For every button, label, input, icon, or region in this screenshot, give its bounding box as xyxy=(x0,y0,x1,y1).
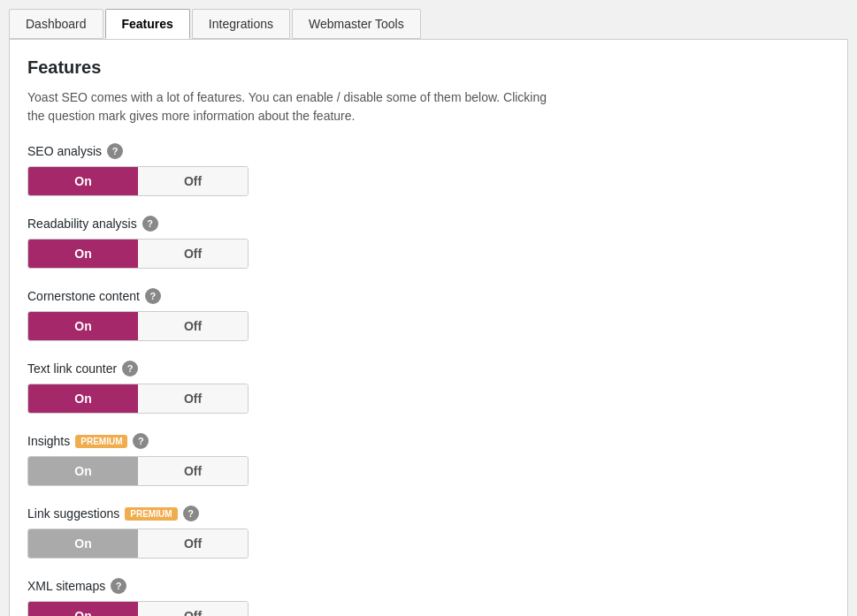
toggle-link-suggestions: On Off xyxy=(27,529,249,559)
help-icon-readability-analysis[interactable]: ? xyxy=(142,216,158,232)
feature-readability-analysis: Readability analysis ? On Off xyxy=(27,216,830,269)
page-title: Features xyxy=(27,57,830,78)
tab-dashboard[interactable]: Dashboard xyxy=(9,9,103,39)
feature-label-insights: Insights Premium ? xyxy=(27,433,830,449)
toggle-off-link-suggestions[interactable]: Off xyxy=(138,529,248,558)
premium-badge-link-suggestions: Premium xyxy=(125,507,177,521)
toggle-on-readability-analysis[interactable]: On xyxy=(28,240,138,268)
page-container: Dashboard Features Integrations Webmaste… xyxy=(0,0,857,616)
help-icon-text-link-counter[interactable]: ? xyxy=(122,361,138,376)
feature-seo-analysis: SEO analysis ? On Off xyxy=(27,143,830,196)
toggle-off-xml-sitemaps[interactable]: Off xyxy=(138,602,248,616)
toggle-readability-analysis: On Off xyxy=(27,239,249,269)
toggle-on-insights[interactable]: On xyxy=(28,457,138,485)
tab-content: Features Yoast SEO comes with a lot of f… xyxy=(9,40,848,616)
feature-cornerstone-content: Cornerstone content ? On Off xyxy=(27,288,830,341)
toggle-seo-analysis: On Off xyxy=(27,166,249,196)
toggle-off-seo-analysis[interactable]: Off xyxy=(138,167,248,195)
toggle-cornerstone-content: On Off xyxy=(27,311,249,341)
feature-label-text-link-counter: Text link counter ? xyxy=(27,361,830,376)
toggle-on-text-link-counter[interactable]: On xyxy=(28,384,138,413)
help-icon-seo-analysis[interactable]: ? xyxy=(107,143,123,159)
tab-webmaster-tools[interactable]: Webmaster Tools xyxy=(292,9,421,39)
toggle-on-link-suggestions[interactable]: On xyxy=(28,529,138,558)
feature-name-text-link-counter: Text link counter xyxy=(27,361,117,376)
toggle-off-insights[interactable]: Off xyxy=(138,457,248,485)
toggle-text-link-counter: On Off xyxy=(27,384,249,414)
feature-name-cornerstone-content: Cornerstone content xyxy=(27,289,140,303)
premium-badge-insights: Premium xyxy=(75,435,127,448)
toggle-on-seo-analysis[interactable]: On xyxy=(28,167,138,195)
toggle-on-xml-sitemaps[interactable]: On xyxy=(28,602,138,616)
toggle-xml-sitemaps: On Off xyxy=(27,601,249,616)
feature-name-link-suggestions: Link suggestions xyxy=(27,506,119,521)
help-icon-link-suggestions[interactable]: ? xyxy=(183,506,199,521)
tab-integrations[interactable]: Integrations xyxy=(192,9,290,39)
feature-xml-sitemaps: XML sitemaps ? On Off xyxy=(27,578,830,616)
feature-text-link-counter: Text link counter ? On Off xyxy=(27,361,830,414)
feature-name-readability-analysis: Readability analysis xyxy=(27,217,137,231)
feature-name-xml-sitemaps: XML sitemaps xyxy=(27,579,105,593)
toggle-insights: On Off xyxy=(27,456,249,486)
page-description: Yoast SEO comes with a lot of features. … xyxy=(27,88,558,125)
toggle-off-readability-analysis[interactable]: Off xyxy=(138,240,248,268)
feature-label-seo-analysis: SEO analysis ? xyxy=(27,143,830,159)
toggle-off-text-link-counter[interactable]: Off xyxy=(138,384,248,413)
feature-label-readability-analysis: Readability analysis ? xyxy=(27,216,830,232)
help-icon-xml-sitemaps[interactable]: ? xyxy=(111,578,126,594)
tab-features[interactable]: Features xyxy=(105,9,190,39)
help-icon-insights[interactable]: ? xyxy=(133,433,149,449)
feature-label-link-suggestions: Link suggestions Premium ? xyxy=(27,506,830,521)
feature-label-xml-sitemaps: XML sitemaps ? xyxy=(27,578,830,594)
tab-bar: Dashboard Features Integrations Webmaste… xyxy=(9,9,848,40)
help-icon-cornerstone-content[interactable]: ? xyxy=(145,288,161,304)
feature-link-suggestions: Link suggestions Premium ? On Off xyxy=(27,506,830,559)
feature-name-insights: Insights xyxy=(27,434,70,448)
feature-insights: Insights Premium ? On Off xyxy=(27,433,830,486)
feature-name-seo-analysis: SEO analysis xyxy=(27,144,102,158)
toggle-on-cornerstone-content[interactable]: On xyxy=(28,312,138,340)
feature-label-cornerstone-content: Cornerstone content ? xyxy=(27,288,830,304)
toggle-off-cornerstone-content[interactable]: Off xyxy=(138,312,248,340)
